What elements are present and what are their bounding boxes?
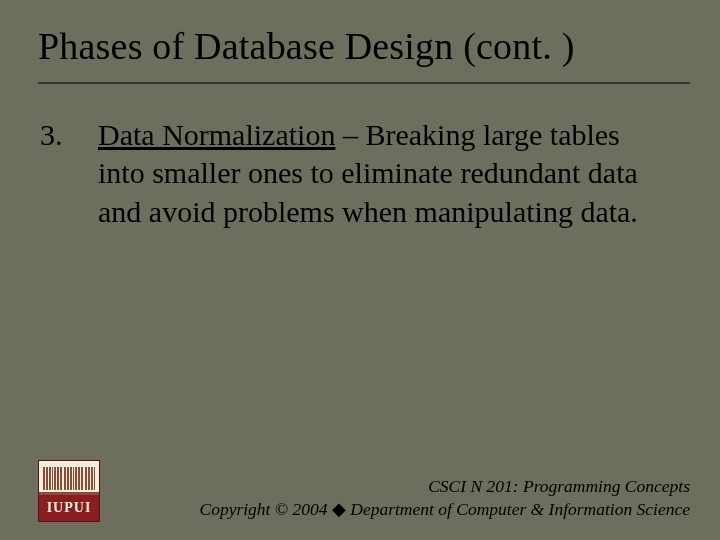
iupui-logo-icon: IUPUI	[38, 460, 100, 522]
logo-building-icon	[43, 467, 95, 490]
slide: Phases of Database Design (cont. ) 3. Da…	[0, 0, 720, 540]
footer-text: CSCI N 201: Programming Concepts Copyrig…	[118, 475, 690, 522]
list-item: 3. Data Normalization – Breaking large t…	[38, 116, 660, 231]
slide-title: Phases of Database Design (cont. )	[38, 24, 690, 68]
copyright-suffix: Department of Computer & Information Sci…	[346, 499, 690, 519]
footer: IUPUI CSCI N 201: Programming Concepts C…	[38, 460, 690, 522]
course-line: CSCI N 201: Programming Concepts	[118, 475, 690, 499]
logo-top	[39, 461, 99, 492]
slide-body: 3. Data Normalization – Breaking large t…	[38, 116, 660, 231]
copyright-prefix: Copyright © 2004	[199, 499, 331, 519]
copyright-line: Copyright © 2004 ◆ Department of Compute…	[118, 498, 690, 522]
list-number: 3.	[38, 116, 98, 231]
title-rule	[38, 82, 690, 84]
bullet-icon: ◆	[332, 499, 346, 519]
logo-text: IUPUI	[39, 495, 99, 521]
term: Data Normalization	[98, 118, 335, 151]
list-text: Data Normalization – Breaking large tabl…	[98, 116, 660, 231]
